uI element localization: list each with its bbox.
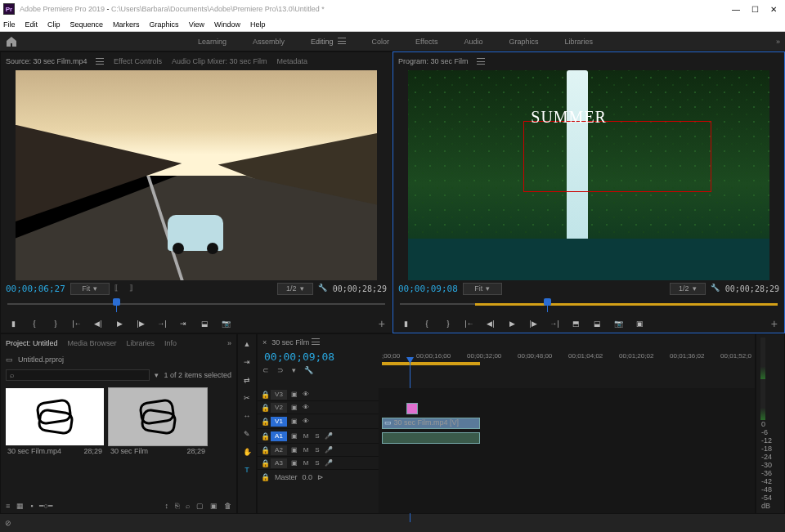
workspace-effects[interactable]: Effects bbox=[412, 38, 441, 46]
goto-in-icon[interactable]: |← bbox=[71, 318, 83, 329]
goto-out-icon[interactable]: →| bbox=[156, 318, 168, 329]
tab-audio-clip-mixer[interactable]: Audio Clip Mixer: 30 sec Film bbox=[172, 57, 267, 65]
pen-tool-icon[interactable]: ✎ bbox=[240, 427, 253, 440]
program-tc-in[interactable]: 00;00;09;08 bbox=[398, 284, 458, 294]
maximize-button[interactable]: ☐ bbox=[751, 5, 759, 14]
eye-icon[interactable]: 👁 bbox=[302, 418, 310, 425]
automate-icon[interactable]: ⎘ bbox=[175, 502, 179, 510]
program-zoom-dropdown[interactable]: 1/2▾ bbox=[670, 283, 706, 295]
source-wrench-icon[interactable]: 🔧 bbox=[318, 284, 328, 293]
eye-icon[interactable]: 👁 bbox=[302, 404, 310, 411]
eye-icon[interactable]: 👁 bbox=[302, 391, 310, 398]
timeline-timecode[interactable]: 00;00;09;08 bbox=[264, 351, 379, 363]
extract-icon[interactable]: ⬓ bbox=[591, 318, 603, 329]
slip-tool-icon[interactable]: ↔ bbox=[240, 409, 253, 422]
lock-icon[interactable]: 🔒 bbox=[261, 404, 267, 412]
type-tool-icon[interactable]: T bbox=[240, 463, 253, 476]
menu-edit[interactable]: Edit bbox=[25, 20, 38, 29]
step-back-icon[interactable]: ◀| bbox=[92, 318, 104, 329]
toggle-track-icon[interactable]: ▣ bbox=[290, 391, 298, 398]
project-search-input[interactable]: ⌕ bbox=[6, 369, 150, 381]
track-label-v1[interactable]: V1 bbox=[271, 417, 287, 427]
step-fwd-icon[interactable]: |▶ bbox=[135, 318, 146, 329]
sort-icon[interactable]: ↕ bbox=[165, 502, 169, 510]
play-icon[interactable]: ▶ bbox=[114, 318, 125, 329]
panel-overflow-icon[interactable]: » bbox=[227, 339, 231, 347]
menu-help[interactable]: Help bbox=[250, 20, 266, 29]
close-tab-icon[interactable]: × bbox=[262, 338, 267, 346]
selection-tool-icon[interactable]: ▲ bbox=[240, 338, 253, 351]
export-frame-icon[interactable]: 📷 bbox=[612, 318, 624, 329]
home-icon[interactable] bbox=[5, 35, 18, 48]
panel-menu-icon[interactable] bbox=[312, 338, 320, 345]
workspace-graphics[interactable]: Graphics bbox=[505, 38, 541, 46]
trash-icon[interactable]: 🗑 bbox=[224, 502, 231, 510]
export-frame-icon[interactable]: 📷 bbox=[220, 318, 231, 329]
track-label-v2[interactable]: V2 bbox=[271, 403, 287, 413]
goto-out-icon[interactable]: →| bbox=[549, 318, 560, 329]
bin-thumbnail[interactable] bbox=[6, 388, 104, 445]
lock-icon[interactable]: 🔒 bbox=[261, 432, 267, 440]
mic-icon[interactable]: 🎤 bbox=[325, 432, 333, 440]
bin-thumbnail[interactable] bbox=[109, 388, 207, 445]
close-button[interactable]: ✕ bbox=[770, 5, 777, 14]
tab-program[interactable]: Program: 30 sec Film bbox=[398, 57, 485, 65]
program-wrench-icon[interactable]: 🔧 bbox=[711, 284, 720, 293]
menu-window[interactable]: Window bbox=[214, 20, 240, 29]
tab-project[interactable]: Project: Untitled bbox=[6, 339, 58, 347]
marker-icon[interactable]: ▮ bbox=[400, 318, 411, 329]
mark-in-icon[interactable]: { bbox=[29, 318, 40, 329]
bin-item[interactable]: 30 sec Film28;29 bbox=[109, 388, 207, 494]
new-item-icon[interactable]: ▣ bbox=[210, 502, 218, 510]
tab-effect-controls[interactable]: Effect Controls bbox=[114, 57, 162, 65]
workspace-libraries[interactable]: Libraries bbox=[561, 38, 596, 46]
insert-icon[interactable]: ⇥ bbox=[177, 318, 189, 329]
new-bin-icon[interactable]: ▢ bbox=[196, 502, 204, 510]
title-safe-box[interactable] bbox=[523, 121, 711, 192]
workspace-color[interactable]: Color bbox=[369, 38, 393, 46]
toggle-track-icon[interactable]: ▣ bbox=[290, 432, 298, 440]
lock-icon[interactable]: 🔒 bbox=[261, 418, 267, 426]
toggle-track-icon[interactable]: ▣ bbox=[290, 404, 298, 411]
compare-icon[interactable]: ▣ bbox=[634, 318, 645, 329]
goto-in-icon[interactable]: |← bbox=[464, 318, 475, 329]
filter-icon[interactable]: ▾ bbox=[155, 371, 159, 379]
solo-button[interactable]: S bbox=[313, 446, 321, 454]
track-label-a1[interactable]: A1 bbox=[271, 431, 287, 441]
bin-item[interactable]: 30 sec Film.mp428;29 bbox=[6, 388, 104, 494]
mute-button[interactable]: M bbox=[302, 432, 310, 440]
mark-out-icon[interactable]: } bbox=[442, 318, 454, 329]
track-label-a3[interactable]: A3 bbox=[271, 458, 287, 468]
toggle-track-icon[interactable]: ▣ bbox=[290, 418, 298, 425]
timeline-tracks[interactable]: ▭ 30 sec Film.mp4 [V] bbox=[379, 388, 755, 513]
mute-button[interactable]: M bbox=[302, 459, 310, 467]
panel-menu-icon[interactable] bbox=[96, 58, 104, 65]
freeform-view-icon[interactable]: ▪ bbox=[30, 502, 33, 510]
hand-tool-icon[interactable]: ✋ bbox=[240, 445, 253, 458]
list-view-icon[interactable]: ≡ bbox=[6, 502, 10, 510]
tab-metadata[interactable]: Metadata bbox=[276, 57, 307, 65]
zoom-slider[interactable]: ━○━ bbox=[39, 502, 52, 510]
track-select-tool-icon[interactable]: ⇥ bbox=[240, 355, 253, 369]
solo-button[interactable]: S bbox=[313, 432, 321, 440]
tab-source[interactable]: Source: 30 sec Film.mp4 bbox=[6, 57, 104, 65]
tab-media-browser[interactable]: Media Browser bbox=[68, 339, 117, 347]
menu-file[interactable]: File bbox=[3, 20, 16, 29]
step-fwd-icon[interactable]: |▶ bbox=[527, 318, 539, 329]
toggle-track-icon[interactable]: ▣ bbox=[290, 446, 298, 454]
expand-icon[interactable]: ⊳ bbox=[317, 473, 324, 481]
minimize-button[interactable]: — bbox=[732, 5, 740, 14]
mark-in-icon[interactable]: { bbox=[421, 318, 433, 329]
source-scrubber[interactable] bbox=[7, 297, 385, 315]
program-monitor[interactable]: SUMMER bbox=[408, 70, 769, 280]
source-bracket-out-icon[interactable]: ⟧ bbox=[129, 284, 139, 293]
source-bracket-in-icon[interactable]: ⟦ bbox=[114, 284, 124, 293]
mute-button[interactable]: M bbox=[302, 446, 310, 454]
workspace-audio[interactable]: Audio bbox=[460, 38, 486, 46]
track-label-v3[interactable]: V3 bbox=[271, 390, 287, 400]
razor-tool-icon[interactable]: ✂ bbox=[240, 391, 253, 405]
lock-icon[interactable]: 🔒 bbox=[261, 473, 270, 481]
program-scrubber[interactable] bbox=[400, 297, 778, 315]
toggle-track-icon[interactable]: ▣ bbox=[290, 459, 298, 467]
workspace-learning[interactable]: Learning bbox=[195, 38, 230, 46]
